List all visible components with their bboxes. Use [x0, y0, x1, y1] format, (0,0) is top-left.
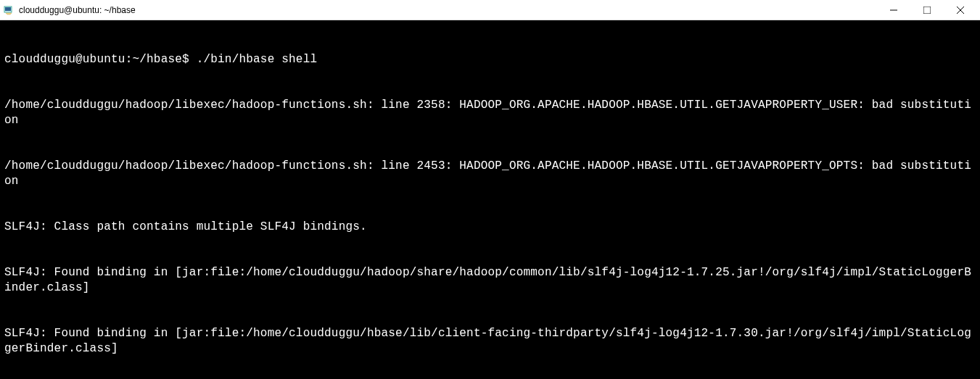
terminal-line: /home/cloudduggu/hadoop/libexec/hadoop-f…: [4, 159, 976, 189]
terminal-line: cloudduggu@ubuntu:~/hbase$ ./bin/hbase s…: [4, 52, 976, 67]
terminal-area[interactable]: cloudduggu@ubuntu:~/hbase$ ./bin/hbase s…: [0, 20, 980, 379]
putty-icon: [3, 4, 15, 16]
window-title: cloudduggu@ubuntu: ~/hbase: [19, 5, 877, 15]
svg-rect-3: [923, 7, 931, 14]
terminal-line: /home/cloudduggu/hadoop/libexec/hadoop-f…: [4, 98, 976, 128]
terminal-line: SLF4J: Found binding in [jar:file:/home/…: [4, 326, 976, 357]
svg-rect-1: [5, 7, 11, 11]
minimize-button[interactable]: [877, 0, 910, 20]
title-bar: cloudduggu@ubuntu: ~/hbase: [0, 0, 980, 20]
terminal-line: SLF4J: Found binding in [jar:file:/home/…: [4, 265, 976, 296]
maximize-button[interactable]: [910, 0, 944, 20]
close-button[interactable]: [944, 0, 977, 20]
terminal-line: SLF4J: Class path contains multiple SLF4…: [4, 220, 976, 235]
window-controls: [877, 0, 977, 20]
